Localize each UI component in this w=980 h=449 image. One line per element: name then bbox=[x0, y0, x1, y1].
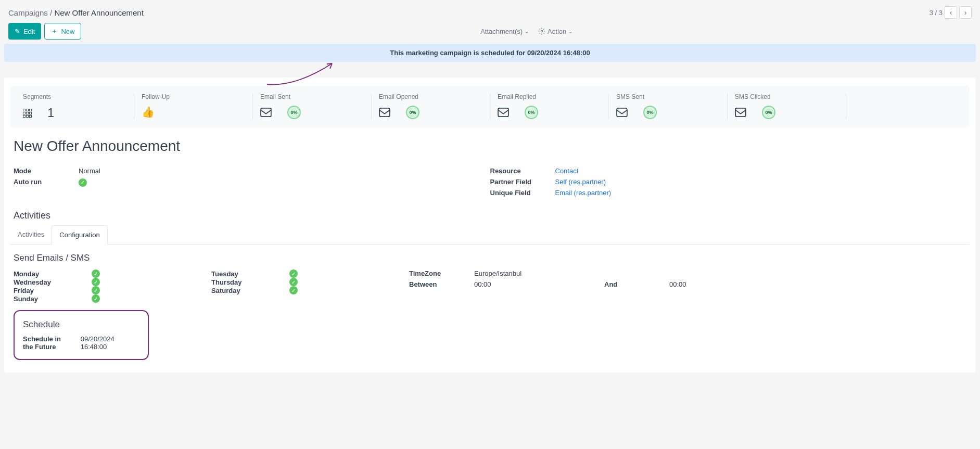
envelope-icon bbox=[379, 108, 390, 117]
unique-link[interactable]: Email (res.partner) bbox=[555, 189, 612, 197]
pager: 3 / 3 ‹ › bbox=[930, 6, 972, 19]
check-icon: ✓ bbox=[92, 286, 100, 294]
and-label: And bbox=[604, 280, 669, 288]
attachments-dropdown[interactable]: Attachment(s) ⌄ bbox=[480, 28, 529, 35]
day-mon: Monday bbox=[14, 270, 50, 278]
day-wed: Wednesday bbox=[14, 278, 50, 286]
tab-configuration[interactable]: Configuration bbox=[52, 225, 107, 245]
edit-button[interactable]: ✎ Edit bbox=[8, 23, 41, 40]
unique-label: Unique Field bbox=[490, 189, 555, 197]
breadcrumb-root[interactable]: Campaigns bbox=[8, 8, 48, 17]
tab-activities[interactable]: Activities bbox=[10, 225, 52, 244]
stat-email-opened[interactable]: Email Opened 0% bbox=[372, 93, 490, 120]
pct-badge: 0% bbox=[643, 106, 657, 119]
thumbs-up-icon: 👍 bbox=[142, 106, 155, 118]
campaign-title: New Offer Announcement bbox=[14, 138, 966, 155]
resource-link[interactable]: Contact bbox=[555, 167, 579, 175]
chevron-down-icon: ⌄ bbox=[525, 29, 529, 34]
schedule-banner: This marketing campaign is scheduled for… bbox=[4, 44, 976, 62]
segments-count: 1 bbox=[47, 106, 54, 120]
check-icon: ✓ bbox=[289, 286, 298, 294]
svg-rect-2 bbox=[379, 108, 390, 117]
mode-value: Normal bbox=[79, 167, 100, 175]
envelope-icon bbox=[735, 108, 746, 117]
svg-rect-3 bbox=[498, 108, 508, 117]
stat-sms-sent[interactable]: SMS Sent 0% bbox=[609, 93, 728, 120]
envelope-icon bbox=[616, 108, 628, 117]
schedule-label: Schedule in the Future bbox=[23, 335, 65, 351]
action-dropdown[interactable]: Action ⌄ bbox=[538, 28, 572, 35]
schedule-title: Schedule bbox=[23, 319, 139, 330]
stats-row: Segments 1 Follow-Up 👍 Email Sent 0% Ema… bbox=[10, 86, 970, 127]
svg-rect-4 bbox=[617, 108, 627, 117]
check-icon: ✓ bbox=[289, 270, 298, 278]
main-card: Segments 1 Follow-Up 👍 Email Sent 0% Ema… bbox=[4, 78, 976, 373]
pct-badge: 0% bbox=[406, 106, 419, 119]
pct-badge: 0% bbox=[287, 106, 301, 119]
check-icon: ✓ bbox=[289, 278, 298, 286]
arrow-annotation bbox=[264, 61, 342, 87]
pager-text: 3 / 3 bbox=[930, 9, 943, 17]
plus-icon: ＋ bbox=[51, 27, 58, 36]
new-button[interactable]: ＋ New bbox=[44, 23, 81, 40]
day-sat: Saturday bbox=[211, 287, 248, 294]
svg-rect-1 bbox=[261, 108, 271, 117]
stat-empty bbox=[846, 93, 964, 120]
schedule-box: Schedule Schedule in the Future 09/20/20… bbox=[14, 310, 149, 360]
check-icon: ✓ bbox=[92, 278, 100, 286]
tz-value: Europe/Istanbul bbox=[474, 270, 521, 277]
partner-link[interactable]: Self (res.partner) bbox=[555, 178, 606, 186]
check-icon: ✓ bbox=[79, 178, 87, 187]
tabs: Activities Configuration bbox=[10, 225, 970, 245]
day-fri: Friday bbox=[14, 287, 50, 294]
activities-heading: Activities bbox=[14, 210, 966, 221]
pager-prev[interactable]: ‹ bbox=[945, 6, 957, 19]
send-title: Send Emails / SMS bbox=[14, 253, 966, 263]
day-sun: Sunday bbox=[14, 295, 50, 303]
stat-sms-clicked[interactable]: SMS Clicked 0% bbox=[728, 93, 846, 120]
stat-segments[interactable]: Segments 1 bbox=[16, 93, 134, 120]
schedule-value: 09/20/2024 16:48:00 bbox=[81, 335, 139, 351]
pct-badge: 0% bbox=[525, 106, 538, 119]
envelope-icon bbox=[498, 108, 509, 117]
stat-followup[interactable]: Follow-Up 👍 bbox=[134, 93, 253, 120]
stat-email-replied[interactable]: Email Replied 0% bbox=[490, 93, 609, 120]
pager-next[interactable]: › bbox=[959, 6, 972, 19]
day-thu: Thursday bbox=[211, 278, 248, 286]
between-from: 00:00 bbox=[474, 280, 604, 288]
grid-icon bbox=[23, 109, 32, 118]
autorun-label: Auto run bbox=[14, 178, 79, 187]
stat-email-sent[interactable]: Email Sent 0% bbox=[253, 93, 372, 120]
resource-label: Resource bbox=[490, 167, 555, 175]
between-label: Between bbox=[409, 280, 474, 288]
tz-label: TimeZone bbox=[409, 270, 474, 277]
pencil-icon: ✎ bbox=[15, 28, 20, 35]
breadcrumb: Campaigns / New Offer Announcement bbox=[8, 8, 144, 17]
check-icon: ✓ bbox=[92, 294, 100, 303]
partner-label: Partner Field bbox=[490, 178, 555, 186]
mode-label: Mode bbox=[14, 167, 79, 175]
day-tue: Tuesday bbox=[211, 270, 248, 278]
svg-point-0 bbox=[541, 30, 543, 32]
between-to: 00:00 bbox=[669, 280, 686, 288]
svg-rect-5 bbox=[735, 108, 746, 117]
breadcrumb-current: New Offer Announcement bbox=[54, 8, 144, 17]
envelope-icon bbox=[260, 108, 272, 117]
check-icon: ✓ bbox=[92, 270, 100, 278]
gear-icon bbox=[538, 28, 545, 35]
pct-badge: 0% bbox=[762, 106, 775, 119]
chevron-down-icon: ⌄ bbox=[568, 29, 572, 34]
